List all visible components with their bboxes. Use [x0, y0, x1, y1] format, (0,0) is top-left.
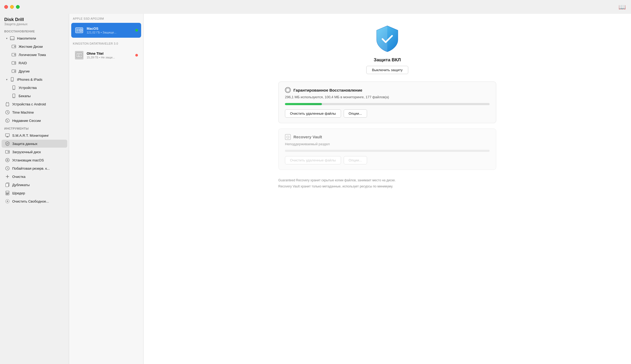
section-tools-label: Инструменты: [0, 125, 69, 131]
disk-group-2-label: Kingston DataTraveler 3.0: [69, 39, 143, 47]
android-icon: [5, 101, 10, 107]
sidebar-item-recent-sessions[interactable]: Недавние Сессии: [2, 117, 67, 125]
sidebar-item-iphones-ipads[interactable]: ▾ iPhones & iPads: [2, 75, 67, 83]
close-button[interactable]: [4, 5, 8, 9]
gr-progress-wrap: [285, 103, 490, 105]
svg-point-3: [14, 46, 15, 47]
svg-rect-36: [6, 191, 9, 193]
footer-note-1: Guaranteed Recovery хранит скрытые копии…: [278, 178, 496, 183]
sidebar-item-hard-drives[interactable]: Жесткие Диски: [2, 42, 67, 50]
svg-rect-1: [10, 39, 14, 40]
raid-icon: [11, 60, 16, 66]
time-machine-label: Time Machine: [12, 110, 34, 114]
clean-free-icon: [5, 199, 10, 204]
byte-backup-icon: [5, 166, 10, 171]
rv-title: Recovery Vault: [293, 135, 322, 139]
shield-container: Защита ВКЛ Выключить защиту: [366, 24, 408, 74]
svg-point-7: [14, 62, 15, 63]
sidebar-item-devices[interactable]: Устройства: [2, 84, 67, 92]
toggle-protection-button[interactable]: Выключить защиту: [366, 66, 408, 74]
macos-disk-info: MacOS 121,02 ГБ • Защище...: [87, 27, 133, 34]
sidebar-item-other[interactable]: Другие: [2, 67, 67, 75]
other-label: Другие: [19, 69, 30, 73]
sidebar-item-raid[interactable]: RAID: [2, 59, 67, 67]
shredder-label: Шредер: [12, 191, 25, 195]
shield-icon-sidebar: [5, 141, 10, 146]
sidebar-item-byte-backup[interactable]: Побайтовая резерв. к...: [2, 164, 67, 172]
sidebar: Disk Drill Защита данных Восстановление …: [0, 14, 69, 364]
hard-drives-icon: [11, 44, 16, 49]
macos-disk-item[interactable]: MacOS 121,02 ГБ • Защище...: [71, 23, 141, 38]
hard-drives-label: Жесткие Диски: [19, 45, 43, 49]
iphones-ipads-label: iPhones & iPads: [17, 78, 42, 82]
svg-rect-23: [6, 134, 10, 136]
sidebar-item-duplicates[interactable]: Дубликаты: [2, 181, 67, 189]
sidebar-item-backups[interactable]: Бекапы: [2, 92, 67, 100]
sidebar-item-shredder[interactable]: Шредер: [2, 189, 67, 197]
logical-volumes-icon: [11, 52, 16, 57]
macos-disk-name: MacOS: [87, 27, 133, 31]
gr-options-button[interactable]: Опции...: [344, 109, 367, 118]
macos-drive-icon: [75, 26, 83, 35]
rv-header: Recovery Vault: [285, 134, 490, 140]
gr-header: Гарантированное Восстановление: [285, 87, 490, 93]
ohne-titel-disk-item[interactable]: Ohne Titel 15,39 ГБ • Не защи...: [71, 48, 141, 63]
devices-icon: [11, 85, 16, 90]
other-drives-icon: [11, 68, 16, 74]
sidebar-item-logical-volumes[interactable]: Логические Тома: [2, 51, 67, 59]
sidebar-item-android[interactable]: Устройства с Android: [2, 100, 67, 108]
minimize-button[interactable]: [10, 5, 14, 9]
rv-progress-fill: [285, 150, 490, 152]
sidebar-item-data-protection[interactable]: Защита данных: [2, 140, 67, 148]
rv-actions: Очистить удаленные файлы Опции...: [285, 156, 490, 164]
byte-backup-label: Побайтовая резерв. к...: [12, 166, 50, 170]
svg-rect-37: [6, 193, 9, 195]
macos-disk-sub: 121,02 ГБ • Защище...: [87, 31, 133, 34]
rv-options-button[interactable]: Опции...: [344, 156, 367, 164]
titlebar: 📖: [0, 0, 631, 14]
devices-label: Устройства: [19, 86, 37, 90]
recovery-vault-card: Recovery Vault Неподдерживаемый раздел О…: [278, 129, 496, 170]
sidebar-item-boot-disk[interactable]: Загрузочный диск: [2, 148, 67, 156]
logical-volumes-label: Логические Тома: [19, 53, 46, 57]
backups-label: Бекапы: [19, 94, 31, 98]
svg-rect-0: [10, 37, 14, 39]
sidebar-item-drives[interactable]: ▾ Накопители: [2, 34, 67, 42]
svg-point-45: [80, 30, 81, 31]
rv-progress-wrap: [285, 150, 490, 152]
sidebar-item-macos-installer[interactable]: Установщик macOS: [2, 156, 67, 164]
app-title: Disk Drill: [4, 17, 65, 22]
boot-disk-icon: [5, 149, 10, 155]
iphone-icon: [10, 77, 15, 82]
sidebar-item-clean-free[interactable]: Очистить Свободное...: [2, 197, 67, 205]
ohne-titel-drive-icon: [75, 51, 83, 59]
sidebar-item-time-machine[interactable]: Time Machine: [2, 108, 67, 116]
gr-progress-fill: [285, 103, 322, 105]
svg-rect-16: [6, 103, 9, 106]
svg-rect-35: [6, 183, 9, 187]
app-subtitle: Защита данных: [4, 22, 65, 26]
section-recovery-label: Восстановление: [0, 28, 69, 34]
ohne-titel-disk-name: Ohne Titel: [87, 52, 133, 55]
svg-point-9: [14, 71, 15, 72]
help-book-button[interactable]: 📖: [619, 4, 626, 11]
rv-clear-button[interactable]: Очистить удаленные файлы: [285, 156, 341, 164]
recovery-vault-icon: [285, 134, 291, 140]
gr-title: Гарантированное Восстановление: [293, 88, 362, 92]
recent-sessions-icon: [5, 118, 10, 123]
svg-point-27: [8, 151, 9, 152]
macos-status-dot: [135, 29, 138, 32]
sidebar-item-smart[interactable]: S.M.A.R.T. Мониторинг: [2, 131, 67, 139]
macos-installer-label: Установщик macOS: [12, 158, 44, 162]
clean-free-label: Очистить Свободное...: [12, 199, 49, 203]
recent-sessions-label: Недавние Сессии: [12, 119, 41, 123]
sidebar-item-cleanup[interactable]: Очистка: [2, 173, 67, 181]
cleanup-label: Очистка: [12, 175, 26, 179]
gr-actions: Очистить удаленные файлы Опции...: [285, 109, 490, 118]
gr-clear-button[interactable]: Очистить удаленные файлы: [285, 109, 341, 118]
duplicates-icon: [5, 182, 10, 187]
duplicates-label: Дубликаты: [12, 183, 30, 187]
maximize-button[interactable]: [16, 5, 20, 9]
footer-note-2: Recovery Vault хранит только метаданные,…: [278, 184, 496, 189]
content-area: APPLE SSD AP0128M: [69, 14, 631, 364]
